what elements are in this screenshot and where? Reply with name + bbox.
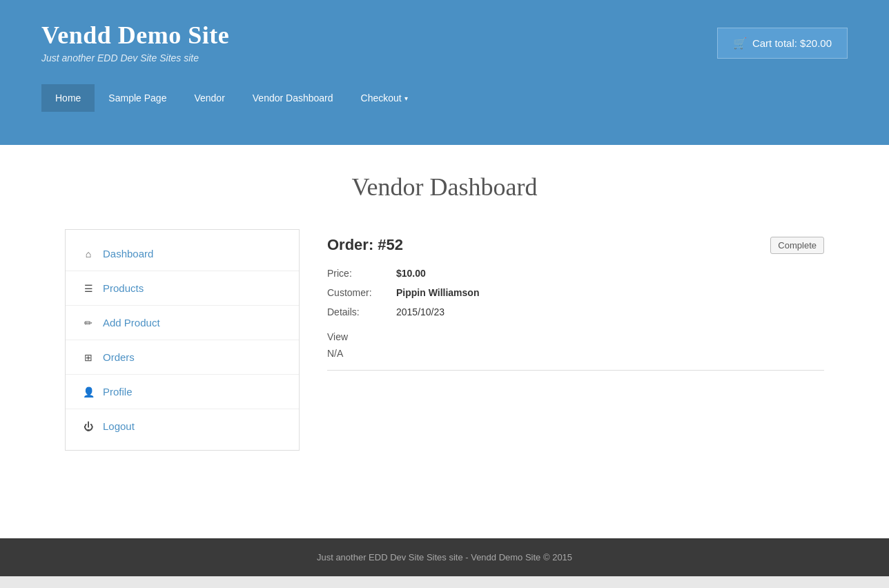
cart-button[interactable]: 🛒 Cart total: $20.00 — [717, 28, 848, 59]
order-title: Order: #52 — [327, 236, 403, 254]
power-icon: ⏻ — [82, 421, 95, 432]
site-title: Vendd Demo Site — [41, 21, 229, 50]
order-divider — [327, 370, 824, 371]
cart-icon: 🛒 — [733, 37, 747, 50]
site-header: Vendd Demo Site Just another EDD Dev Sit… — [0, 0, 889, 145]
footer-text: Just another EDD Dev Site Sites site - V… — [317, 552, 572, 562]
price-label: Price: — [327, 268, 396, 279]
customer-row: Customer: Pippin Williamson — [327, 287, 824, 298]
sidebar-item-logout[interactable]: ⏻ Logout — [66, 409, 299, 443]
details-label: Details: — [327, 306, 396, 317]
site-nav: Home Sample Page Vendor Vendor Dashboard… — [41, 84, 848, 112]
price-row: Price: $10.00 — [327, 268, 824, 279]
price-value: $10.00 — [396, 268, 426, 279]
sidebar-label-add-product: Add Product — [103, 317, 160, 329]
grid-icon: ⊞ — [82, 352, 95, 363]
sidebar-item-orders[interactable]: ⊞ Orders — [66, 340, 299, 375]
sidebar: ⌂ Dashboard ☰ Products ✏ Add Product ⊞ O… — [65, 229, 300, 451]
status-badge: Complete — [770, 237, 824, 254]
order-panel: Order: #52 Complete Price: $10.00 Custom… — [327, 229, 824, 451]
order-details: Price: $10.00 Customer: Pippin Williamso… — [327, 268, 824, 317]
customer-value: Pippin Williamson — [396, 287, 479, 298]
nav-item-checkout[interactable]: Checkout ▾ — [347, 84, 422, 112]
content-layout: ⌂ Dashboard ☰ Products ✏ Add Product ⊞ O… — [65, 229, 824, 451]
site-footer: Just another EDD Dev Site Sites site - V… — [0, 538, 889, 576]
sidebar-item-products[interactable]: ☰ Products — [66, 271, 299, 306]
sidebar-label-dashboard: Dashboard — [103, 248, 153, 259]
sidebar-label-orders: Orders — [103, 351, 135, 363]
main-content: Vendor Dashboard ⌂ Dashboard ☰ Products … — [0, 145, 889, 538]
sidebar-item-dashboard[interactable]: ⌂ Dashboard — [66, 237, 299, 271]
nav-item-home[interactable]: Home — [41, 84, 95, 112]
details-date: 2015/10/23 — [396, 306, 444, 317]
sidebar-label-logout: Logout — [103, 420, 135, 432]
nav-item-vendor-dashboard[interactable]: Vendor Dashboard — [239, 84, 347, 112]
site-branding: Vendd Demo Site Just another EDD Dev Sit… — [41, 21, 229, 63]
sidebar-item-profile[interactable]: 👤 Profile — [66, 375, 299, 409]
order-header: Order: #52 Complete — [327, 236, 824, 254]
home-icon: ⌂ — [82, 248, 95, 259]
chevron-down-icon: ▾ — [404, 95, 408, 102]
sidebar-item-add-product[interactable]: ✏ Add Product — [66, 306, 299, 340]
page-title: Vendor Dashboard — [41, 173, 848, 202]
nav-item-vendor[interactable]: Vendor — [180, 84, 238, 112]
list-icon: ☰ — [82, 283, 95, 294]
na-value: N/A — [327, 348, 824, 359]
header-top: Vendd Demo Site Just another EDD Dev Sit… — [41, 21, 848, 77]
cart-total-label: Cart total: $20.00 — [752, 37, 832, 49]
sidebar-label-profile: Profile — [103, 386, 133, 398]
site-tagline: Just another EDD Dev Site Sites site — [41, 52, 229, 63]
nav-item-sample-page[interactable]: Sample Page — [95, 84, 180, 112]
user-icon: 👤 — [82, 386, 95, 398]
sidebar-label-products: Products — [103, 282, 144, 294]
details-row: Details: 2015/10/23 — [327, 306, 824, 317]
pencil-icon: ✏ — [82, 317, 95, 329]
customer-label: Customer: — [327, 287, 396, 298]
view-label: View — [327, 331, 824, 342]
